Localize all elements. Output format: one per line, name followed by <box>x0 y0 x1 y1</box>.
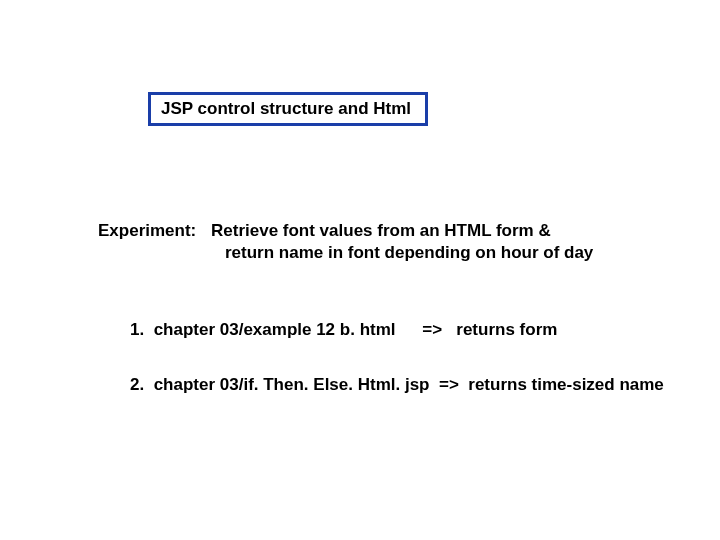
experiment-line1: Retrieve font values from an HTML form & <box>211 221 551 240</box>
item-desc: returns form <box>456 320 557 339</box>
experiment-line2: return name in font depending on hour of… <box>225 243 593 262</box>
list-item: 2. chapter 03/if. Then. Else. Html. jsp … <box>130 375 664 395</box>
arrow-icon: => <box>439 375 459 394</box>
experiment-block: Experiment: Retrieve font values from an… <box>98 220 593 264</box>
arrow-icon: => <box>422 320 442 339</box>
slide-title: JSP control structure and Html <box>161 99 411 118</box>
list-item: 1. chapter 03/example 12 b. html => retu… <box>130 320 557 340</box>
item-desc: returns time-sized name <box>468 375 664 394</box>
item-number: 1. <box>130 320 144 339</box>
experiment-label: Experiment: <box>98 220 196 242</box>
item-file: chapter 03/example 12 b. html <box>154 320 396 339</box>
item-number: 2. <box>130 375 144 394</box>
experiment-body: Retrieve font values from an HTML form &… <box>211 220 593 264</box>
slide-title-box: JSP control structure and Html <box>148 92 428 126</box>
item-file: chapter 03/if. Then. Else. Html. jsp <box>154 375 430 394</box>
